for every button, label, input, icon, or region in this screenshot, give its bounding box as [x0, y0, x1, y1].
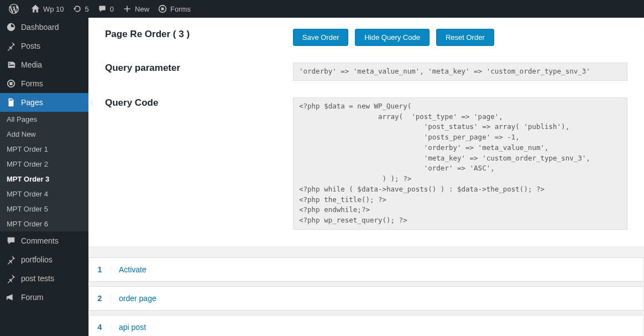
wordpress-icon	[9, 4, 19, 14]
pin-icon	[6, 41, 17, 51]
submenu-mpt-1[interactable]: MPT Order 1	[0, 142, 88, 157]
query-code-label: Query Code	[105, 97, 293, 108]
page-row-title[interactable]: order page	[111, 294, 156, 303]
page-row-number: 4	[89, 323, 111, 332]
new-content[interactable]: New	[118, 0, 154, 18]
site-name[interactable]: Wp 10	[27, 0, 69, 18]
pin-icon-3	[6, 273, 17, 283]
updates-count: 5	[85, 5, 89, 13]
menu-portfolios[interactable]: portfolios	[0, 250, 88, 269]
query-param-value: 'orderby' => 'meta_value_num', 'meta_key…	[293, 63, 627, 81]
wp-logo[interactable]	[4, 0, 27, 18]
submenu-mpt-5[interactable]: MPT Order 5	[0, 201, 88, 216]
admin-menu: Dashboard Posts Media Forms Pages All Pa…	[0, 18, 88, 336]
menu-dashboard[interactable]: Dashboard	[0, 18, 88, 37]
submenu-mpt-2[interactable]: MPT Order 2	[0, 157, 88, 172]
submenu-all-pages[interactable]: All Pages	[0, 112, 88, 127]
menu-portfolios-label: portfolios	[21, 255, 53, 264]
menu-media-label: Media	[21, 60, 42, 69]
refresh-icon	[73, 4, 82, 13]
reset-order-button[interactable]: Reset Order	[436, 29, 494, 46]
menu-forum[interactable]: Forum	[0, 288, 88, 307]
submenu-mpt-3[interactable]: MPT Order 3	[0, 172, 88, 187]
menu-forms-label: Forms	[21, 79, 43, 88]
submenu-mpt-4[interactable]: MPT Order 4	[0, 187, 88, 201]
svg-rect-1	[161, 8, 164, 11]
menu-comments-label: Comments	[21, 236, 59, 245]
menu-pages[interactable]: Pages	[0, 93, 88, 112]
admin-bar: Wp 10 5 0 New Forms	[0, 0, 644, 18]
home-icon	[31, 4, 40, 13]
menu-forms[interactable]: Forms	[0, 74, 88, 93]
megaphone-icon	[6, 292, 17, 302]
updates[interactable]: 5	[69, 0, 93, 18]
menu-pages-label: Pages	[21, 98, 43, 107]
forms-icon	[158, 4, 167, 13]
menu-media[interactable]: Media	[0, 55, 88, 74]
site-name-label: Wp 10	[43, 5, 64, 13]
dashboard-icon	[6, 22, 17, 32]
submenu-pages: All Pages Add New MPT Order 1 MPT Order …	[0, 112, 88, 231]
page-order-list: 1Activate2order page4api post5Cart	[88, 257, 644, 336]
submenu-add-new[interactable]: Add New	[0, 127, 88, 142]
svg-rect-3	[9, 82, 12, 85]
settings-panel: Page Re Order ( 3 ) Save Order Hide Quer…	[88, 18, 644, 246]
menu-posts-label: Posts	[21, 42, 40, 50]
menu-post-tests-label: post tests	[21, 274, 54, 283]
page-row-title[interactable]: api post	[111, 323, 146, 332]
plus-icon	[123, 4, 132, 13]
submenu-mpt-6[interactable]: MPT Order 6	[0, 216, 88, 231]
page-row[interactable]: 1Activate	[88, 257, 644, 282]
comments-count: 0	[110, 5, 114, 13]
forms-label: Forms	[170, 5, 191, 13]
comment-icon	[98, 4, 107, 13]
forms-top[interactable]: Forms	[154, 0, 195, 18]
hide-query-code-button[interactable]: Hide Query Code	[355, 29, 429, 46]
page-row[interactable]: 2order page	[88, 286, 644, 311]
page-row-number: 1	[89, 265, 111, 274]
media-icon	[6, 60, 17, 70]
page-row-number: 2	[89, 294, 111, 303]
main-content: Page Re Order ( 3 ) Save Order Hide Quer…	[88, 18, 644, 336]
menu-comments[interactable]: Comments	[0, 231, 88, 250]
query-param-label: Query parameter	[105, 63, 293, 74]
comments-bubble[interactable]: 0	[93, 0, 118, 18]
page-row[interactable]: 4api post	[88, 315, 644, 336]
pin-icon-2	[6, 255, 17, 265]
menu-dashboard-label: Dashboard	[21, 23, 59, 32]
new-label: New	[135, 5, 149, 13]
save-order-button[interactable]: Save Order	[293, 29, 348, 46]
forms-menu-icon	[6, 79, 17, 89]
pages-icon	[6, 97, 17, 107]
menu-posts[interactable]: Posts	[0, 37, 88, 55]
menu-forum-label: Forum	[21, 293, 43, 302]
comments-icon	[6, 236, 17, 246]
page-row-title[interactable]: Activate	[111, 265, 146, 274]
page-title: Page Re Order ( 3 )	[105, 29, 293, 40]
query-code-value: <?php $data = new WP_Query( array( 'post…	[293, 97, 627, 230]
menu-post-tests[interactable]: post tests	[0, 269, 88, 288]
